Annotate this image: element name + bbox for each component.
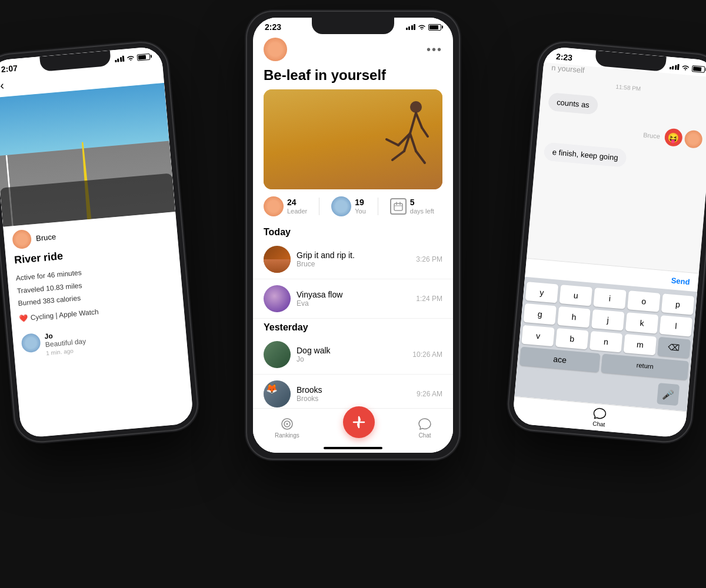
svg-line-5 — [422, 128, 428, 136]
you-info: 19 You — [355, 198, 366, 215]
activity-item-vinyasa[interactable]: Vinyasa flow Eva 1:24 PM — [253, 279, 453, 319]
bottom-nav: Rankings Chat — [253, 408, 453, 453]
dogwalk-time: 10:26 AM — [412, 350, 442, 359]
key-p[interactable]: p — [661, 293, 695, 315]
center-status-icons — [406, 24, 442, 31]
svg-line-8 — [410, 133, 416, 151]
right-signal-bars — [669, 64, 679, 70]
svg-line-3 — [387, 139, 398, 145]
vinyasa-name: Vinyasa flow — [297, 290, 410, 299]
grip-user: Bruce — [297, 260, 410, 268]
send-button[interactable]: Send — [671, 276, 690, 286]
right-phone-screen: 2:23 — [512, 46, 706, 438]
key-o[interactable]: o — [627, 290, 661, 312]
brooks-time: 9:26 AM — [417, 390, 442, 398]
key-n[interactable]: n — [590, 331, 623, 353]
nav-rankings[interactable]: Rankings — [275, 417, 299, 439]
more-dots[interactable]: ••• — [427, 43, 442, 56]
nav-chat[interactable]: Chat — [418, 417, 431, 439]
svg-line-4 — [416, 113, 422, 128]
key-g[interactable]: g — [523, 303, 557, 325]
dogwalk-info: Dog walk Jo — [297, 346, 407, 363]
grip-time: 3:26 PM — [416, 255, 442, 263]
grip-info: Grip it and rip it. Bruce — [297, 250, 410, 268]
brooks-user: Brooks — [297, 395, 411, 403]
reaction-sender-name: Bruce — [643, 131, 661, 139]
key-backspace[interactable]: ⌫ — [657, 337, 691, 359]
key-j[interactable]: j — [591, 309, 625, 331]
jo-avatar-comment — [21, 333, 41, 353]
key-l[interactable]: l — [660, 315, 693, 337]
days-count: 5 — [410, 198, 434, 208]
challenge-title: Be-leaf in yourself — [253, 67, 453, 89]
chat-label: Chat — [418, 432, 431, 439]
key-u[interactable]: u — [559, 285, 592, 306]
chat-nav-item[interactable]: Chat — [592, 407, 607, 428]
center-wifi-icon — [418, 24, 426, 30]
key-i[interactable]: i — [593, 288, 627, 309]
you-avatar — [331, 196, 351, 216]
svg-point-16 — [286, 423, 288, 425]
fab-icon — [352, 415, 366, 429]
fab-button[interactable] — [343, 406, 375, 438]
chat-nav-icon — [593, 407, 607, 420]
brooks-info: Brooks Brooks — [297, 385, 411, 403]
grip-avatar — [264, 246, 291, 273]
activity-item-grip[interactable]: Grip it and rip it. Bruce 3:26 PM — [253, 240, 453, 279]
calendar-icon — [390, 198, 407, 215]
chat-bubble-finish: e finish, keep going — [544, 142, 627, 168]
brooks-avatar: 🦊 — [264, 380, 291, 407]
svg-line-9 — [416, 151, 425, 163]
key-h[interactable]: h — [557, 306, 591, 328]
chat-input-field[interactable] — [534, 268, 667, 280]
mic-key[interactable]: 🎤 — [657, 383, 680, 406]
right-battery-icon — [692, 65, 705, 73]
key-space[interactable]: ace — [519, 347, 600, 373]
chat-icon — [418, 417, 431, 430]
back-arrow-icon[interactable]: ‹ — [0, 79, 5, 92]
you-label: You — [355, 208, 366, 215]
yesterday-header: Yesterday — [253, 319, 453, 335]
leader-count: 24 — [287, 198, 307, 208]
key-v[interactable]: v — [521, 325, 555, 347]
reaction-emoji: 😝 — [664, 128, 684, 148]
svg-line-7 — [392, 151, 404, 160]
dogwalk-avatar — [264, 341, 291, 368]
svg-point-0 — [410, 101, 422, 113]
activity-user-name: Bruce — [35, 232, 56, 242]
signal-bar-2 — [117, 58, 119, 62]
center-header: ••• — [253, 34, 453, 67]
left-phone-screen: 2:07 — [0, 46, 194, 438]
rankings-icon — [281, 417, 294, 430]
stat-days: 5 days left — [390, 198, 434, 215]
right-status-icons — [669, 63, 705, 72]
activity-item-dogwalk[interactable]: Dog walk Jo 10:26 AM — [253, 335, 453, 375]
key-b[interactable]: b — [555, 328, 589, 350]
sand-scene — [264, 89, 442, 189]
key-m[interactable]: m — [624, 334, 657, 356]
signal-bars — [114, 56, 124, 62]
chat-bubble-counts: counts as — [548, 92, 598, 115]
signal-bar-1 — [115, 60, 116, 62]
left-status-icons — [114, 53, 150, 62]
center-phone: 2:23 — [247, 12, 459, 459]
left-phone: 2:07 — [0, 41, 199, 443]
vinyasa-time: 1:24 PM — [416, 295, 442, 303]
dogwalk-name: Dog walk — [297, 346, 407, 355]
left-hero-image — [0, 83, 175, 227]
dogwalk-user: Jo — [297, 355, 407, 363]
tag-text: Cycling | Apple Watch — [30, 306, 99, 325]
leader-avatar — [264, 196, 284, 216]
vinyasa-avatar — [264, 285, 291, 312]
you-count: 19 — [355, 198, 366, 208]
key-y[interactable]: y — [525, 282, 559, 303]
center-status-time: 2:23 — [265, 22, 281, 32]
svg-rect-10 — [394, 203, 402, 211]
center-signal-bars — [406, 24, 416, 30]
reaction-avatar — [684, 129, 703, 149]
grip-name: Grip it and rip it. — [297, 250, 410, 260]
key-k[interactable]: k — [625, 312, 659, 334]
wifi-icon — [126, 55, 135, 61]
home-indicator — [324, 447, 382, 449]
challenge-avatar — [264, 38, 287, 61]
